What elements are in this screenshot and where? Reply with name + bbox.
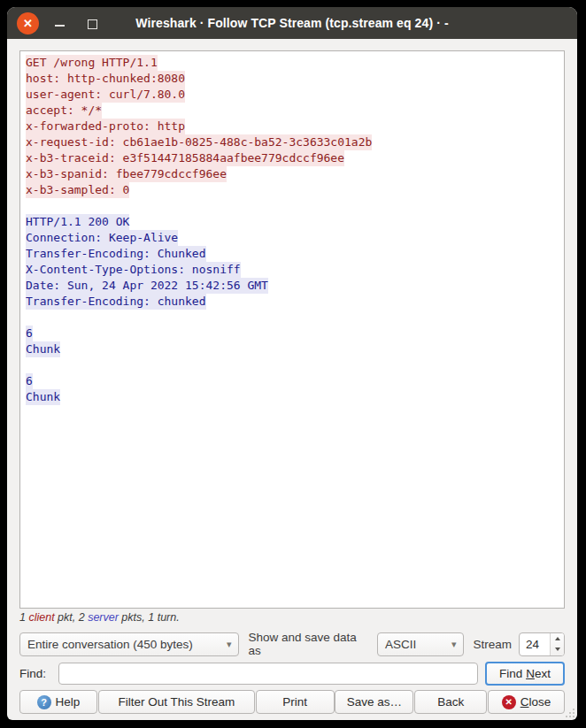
stream-server-line: Chunk xyxy=(26,341,559,357)
back-button-label: Back xyxy=(437,695,464,709)
spin-up-icon xyxy=(555,637,560,640)
stream-server-line: 6 xyxy=(26,373,559,389)
follow-tcp-stream-dialog: ✕ Wireshark · Follow TCP Stream (tcp.str… xyxy=(7,7,577,720)
dialog-content: GET /wrong HTTP/1.1host: http-chunked:80… xyxy=(7,39,577,714)
stream-client-line: host: http-chunked:8080 xyxy=(26,71,559,87)
stats-segment-plain: pkts, 1 turn. xyxy=(119,611,180,624)
stream-number-value: 24 xyxy=(520,633,550,655)
help-icon: ? xyxy=(37,695,51,709)
find-row: Find: Find Next xyxy=(19,662,565,685)
find-next-button[interactable]: Find Next xyxy=(485,662,565,686)
stream-client-line: x-forwarded-proto: http xyxy=(26,119,559,134)
stream-label: Stream xyxy=(473,638,512,651)
chevron-down-icon: ▾ xyxy=(227,639,232,650)
conversation-select-value: Entire conversation (450 bytes) xyxy=(27,638,220,651)
save-as-button[interactable]: Save as… xyxy=(335,690,413,714)
stream-blank-line xyxy=(26,357,559,373)
help-button[interactable]: ? Help xyxy=(19,690,97,714)
spin-up-button[interactable] xyxy=(551,633,564,645)
help-button-label: Help xyxy=(56,695,81,709)
stats-segment-plain: pkt, 2 xyxy=(55,611,89,624)
stats-segment-plain: 1 xyxy=(19,611,28,624)
stats-segment-client: client xyxy=(28,611,54,624)
stream-client-line: GET /wrong HTTP/1.1 xyxy=(26,55,559,71)
print-button[interactable]: Print xyxy=(256,690,335,714)
print-button-label: Print xyxy=(282,695,307,709)
stream-server-line: Connection: Keep-Alive xyxy=(26,230,559,246)
chevron-down-icon: ▾ xyxy=(451,639,457,650)
titlebar: ✕ Wireshark · Follow TCP Stream (tcp.str… xyxy=(7,7,577,39)
stream-blank-line xyxy=(26,198,559,214)
find-input[interactable] xyxy=(58,663,478,685)
close-icon: ✕ xyxy=(502,695,516,709)
stream-client-line: x-request-id: cb61ae1b-0825-488c-ba52-3c… xyxy=(26,134,559,150)
close-button-label: Close xyxy=(520,695,551,709)
stream-client-line: x-b3-traceid: e3f51447185884aafbee779cdc… xyxy=(26,150,559,166)
filter-out-stream-label: Filter Out This Stream xyxy=(118,695,235,709)
conversation-select[interactable]: Entire conversation (450 bytes) ▾ xyxy=(19,632,239,656)
resize-grip[interactable] xyxy=(564,707,574,717)
stream-server-line: Date: Sun, 24 Apr 2022 15:42:56 GMT xyxy=(26,278,559,294)
stream-server-line: HTTP/1.1 200 OK xyxy=(26,214,559,230)
show-as-select-value: ASCII xyxy=(385,638,444,651)
stream-statistics: 1 client pkt, 2 server pkts, 1 turn. xyxy=(19,611,565,626)
spin-down-icon xyxy=(555,648,560,651)
stream-number-spinner[interactable]: 24 xyxy=(519,632,565,656)
stream-client-line: accept: */* xyxy=(26,103,559,119)
stream-server-line: Chunk xyxy=(26,389,559,405)
spinner-arrows xyxy=(550,633,564,655)
stream-client-line: x-b3-spanid: fbee779cdccf96ee xyxy=(26,166,559,182)
stream-server-line: Transfer-Encoding: chunked xyxy=(26,294,559,310)
stream-text-area[interactable]: GET /wrong HTTP/1.1host: http-chunked:80… xyxy=(19,50,565,609)
find-next-label: Find Next xyxy=(499,667,551,680)
stream-server-line: Transfer-Encoding: Chunked xyxy=(26,246,559,262)
spin-down-button[interactable] xyxy=(551,644,564,655)
show-as-select[interactable]: ASCII ▾ xyxy=(377,632,464,656)
stream-blank-line xyxy=(26,310,559,326)
back-button[interactable]: Back xyxy=(414,690,487,714)
close-button[interactable]: ✕ Close xyxy=(488,690,565,714)
stream-client-line: x-b3-sampled: 0 xyxy=(26,182,559,198)
show-as-label: Show and save data as xyxy=(248,631,370,657)
stream-server-line: X-Content-Type-Options: nosniff xyxy=(26,262,559,278)
stream-number-group: Stream 24 xyxy=(464,632,565,656)
stream-controls-row: Entire conversation (450 bytes) ▾ Show a… xyxy=(19,632,565,656)
stream-client-line: user-agent: curl/7.80.0 xyxy=(26,87,559,103)
find-label: Find: xyxy=(19,667,58,680)
dialog-buttons-row: ? Help Filter Out This Stream Print Save… xyxy=(19,690,565,714)
stream-server-line: 6 xyxy=(26,326,559,341)
window-title: Wireshark · Follow TCP Stream (tcp.strea… xyxy=(7,16,577,30)
filter-out-stream-button[interactable]: Filter Out This Stream xyxy=(98,690,255,714)
save-as-button-label: Save as… xyxy=(347,695,402,709)
stats-segment-server: server xyxy=(88,611,119,624)
